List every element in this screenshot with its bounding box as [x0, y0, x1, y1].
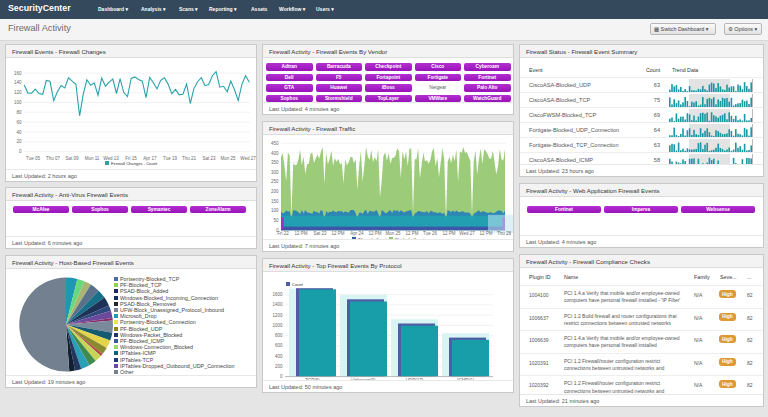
svg-text:600: 600	[275, 343, 283, 348]
svg-text:12 PM: 12 PM	[442, 231, 455, 236]
svg-text:200: 200	[275, 364, 283, 369]
svg-text:1400: 1400	[272, 302, 283, 307]
svg-text:100: 100	[14, 100, 22, 105]
svg-text:1200: 1200	[272, 313, 283, 318]
svg-text:200: 200	[271, 189, 279, 194]
svg-text:12 PM: 12 PM	[368, 231, 381, 236]
svg-text:50: 50	[273, 218, 279, 223]
svg-text:450: 450	[271, 141, 279, 146]
svg-text:Fri 22: Fri 22	[277, 231, 289, 236]
svg-text:Wed 27: Wed 27	[459, 231, 475, 236]
svg-text:12 PM: 12 PM	[479, 231, 492, 236]
svg-text:12 PM: 12 PM	[331, 231, 344, 236]
svg-text:1000: 1000	[272, 323, 283, 328]
svg-text:Thu 28: Thu 28	[497, 231, 512, 236]
svg-text:140: 140	[14, 80, 22, 85]
svg-text:20: 20	[16, 139, 22, 144]
svg-text:40: 40	[16, 130, 22, 135]
svg-text:0: 0	[19, 149, 22, 154]
svg-text:12 PM: 12 PM	[405, 231, 418, 236]
svg-text:0: 0	[280, 374, 283, 379]
svg-text:150: 150	[271, 199, 279, 204]
svg-text:120: 120	[14, 90, 22, 95]
svg-text:80: 80	[16, 110, 22, 115]
svg-text:350: 350	[271, 160, 279, 165]
svg-text:300: 300	[271, 170, 279, 175]
svg-text:400: 400	[271, 151, 279, 156]
svg-text:800: 800	[275, 333, 283, 338]
svg-text:160: 160	[14, 71, 22, 76]
svg-text:12 PM: 12 PM	[294, 231, 307, 236]
svg-text:100: 100	[271, 208, 279, 213]
svg-text:Mon 25: Mon 25	[385, 231, 401, 236]
svg-text:Apr 24: Apr 24	[350, 231, 364, 236]
svg-text:400: 400	[275, 354, 283, 359]
svg-text:60: 60	[16, 120, 22, 125]
svg-text:250: 250	[271, 179, 279, 184]
svg-text:Sat 23: Sat 23	[313, 231, 327, 236]
svg-text:1600: 1600	[272, 292, 283, 297]
svg-text:Tue 26: Tue 26	[423, 231, 437, 236]
